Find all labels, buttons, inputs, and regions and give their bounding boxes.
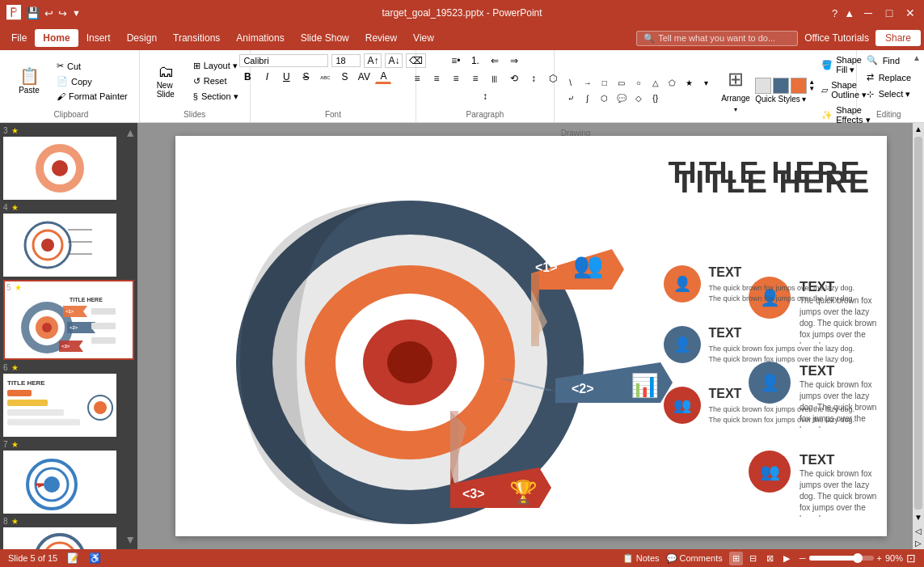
style-swatch-2[interactable] [773,78,789,94]
slideshow-button[interactable]: ▶ [780,552,793,565]
slide-thumb-7[interactable]: 7 ★ [3,440,134,514]
increase-font-button[interactable]: A↑ [364,53,382,68]
redo-icon[interactable]: ↪ [58,7,67,19]
ribbon-toggle-icon[interactable]: ▲ [844,7,854,19]
shape-callout[interactable]: 💬 [614,91,630,105]
scroll-extra-2[interactable]: ▷ [913,537,923,549]
style-swatch-3[interactable] [791,78,807,94]
font-name-input[interactable] [239,54,328,67]
text-direction-button[interactable]: ⟲ [506,71,522,86]
customize-icon[interactable]: ▼ [72,8,81,18]
reading-view-button[interactable]: ⊠ [763,552,777,565]
save-icon[interactable]: 💾 [26,6,40,19]
zoom-handle[interactable] [853,553,863,563]
shape-penta[interactable]: ⬠ [665,75,681,90]
select-button[interactable]: ⊹ Select ▾ [863,87,914,101]
menu-view[interactable]: View [405,29,442,47]
copy-button[interactable]: 📄 Copy [52,74,133,88]
shape-circle[interactable]: ○ [631,75,647,90]
menu-transitions[interactable]: Transitions [165,29,228,47]
close-button[interactable]: ✕ [903,6,918,20]
numbering-button[interactable]: 1. [467,53,483,68]
slide-thumb-6[interactable]: 6 ★ TITLE HERE [3,363,134,437]
new-slide-button[interactable]: 🗂 NewSlide [146,60,185,102]
undo-icon[interactable]: ↩ [44,7,53,19]
normal-view-button[interactable]: ⊞ [729,552,743,565]
comments-button[interactable]: 💬 Comments [666,553,723,564]
format-painter-button[interactable]: 🖌 Format Painter [52,90,133,103]
shape-tri[interactable]: △ [648,75,664,90]
share-button[interactable]: Share [875,30,921,46]
decrease-font-button[interactable]: A↓ [385,53,403,68]
char-spacing-button[interactable]: AV [356,70,372,84]
ribbon-collapse-button[interactable]: ▲ [913,53,921,62]
shape-poly[interactable]: ⬡ [597,91,613,105]
restore-button[interactable]: □ [882,6,897,20]
align-text-button[interactable]: ↕ [525,71,542,86]
italic-button[interactable]: I [259,70,275,84]
menu-file[interactable]: File [3,29,35,47]
canvas-scrollbar[interactable]: ▲ ▼ ◁ ▷ [913,123,924,549]
slide-canvas[interactable]: 👥 <1> 📊 <2> 🏆 <3> [175,136,887,536]
menu-slideshow[interactable]: Slide Show [293,29,357,47]
bold-button[interactable]: B [239,70,255,84]
scroll-extra-1[interactable]: ◁ [913,525,923,537]
columns-button[interactable]: ⫼ [487,71,503,86]
shape-flow[interactable]: ◇ [631,91,647,105]
panel-scroll-down[interactable]: ▼ [124,533,136,546]
minimize-button[interactable]: ─ [861,6,875,20]
align-left-button[interactable]: ≡ [409,71,425,86]
paste-button[interactable]: 📋 Paste [10,65,49,98]
find-button[interactable]: 🔍 Find [863,53,914,67]
quick-styles-scroll[interactable]: ▲ ▼ [808,79,815,92]
shape-rect[interactable]: □ [597,75,613,90]
menu-insert[interactable]: Insert [78,29,119,47]
zoom-out-button[interactable]: ─ [800,553,806,563]
align-center-button[interactable]: ≡ [428,71,445,86]
underline-button[interactable]: U [278,70,294,84]
menu-review[interactable]: Review [357,29,405,47]
font-color-button[interactable]: A [375,70,391,84]
bullets-button[interactable]: ≡• [448,53,464,68]
line-spacing-button[interactable]: ↕ [477,89,493,104]
strikethrough-button[interactable]: S [297,70,314,84]
shape-star[interactable]: ★ [681,75,698,90]
scroll-up-button[interactable]: ▲ [913,123,924,135]
fit-window-button[interactable]: ⊡ [906,552,916,565]
shape-arrow2[interactable]: ⤶ [563,91,579,105]
quick-styles-label[interactable]: Quick Styles ▾ [755,95,815,104]
justify-button[interactable]: ≡ [467,71,483,86]
shape-rect2[interactable]: ▭ [614,75,630,90]
zoom-slider[interactable] [809,556,874,561]
reset-button[interactable]: ↺ Reset [188,74,243,88]
slide-sorter-button[interactable]: ⊟ [746,552,760,565]
menu-design[interactable]: Design [119,29,165,47]
shape-brace[interactable]: {} [648,91,664,105]
scroll-down-button[interactable]: ▼ [913,511,924,523]
slide-thumb-4[interactable]: 4 ★ [3,203,134,277]
font-size-input[interactable] [331,54,361,67]
shape-more[interactable]: ▾ [698,75,715,90]
arrange-button[interactable]: ⊞ Arrange ▾ [719,62,753,119]
office-tutorials-link[interactable]: Office Tutorials [804,32,869,44]
style-swatch-1[interactable] [755,78,771,94]
menu-home[interactable]: Home [35,29,78,47]
shadow-button[interactable]: S [336,70,352,84]
zoom-in-button[interactable]: + [877,553,882,563]
help-icon[interactable]: ? [832,7,838,19]
shape-curved[interactable]: ∫ [580,91,596,105]
search-box[interactable]: 🔍 Tell me what you want to do... [636,31,798,46]
notes-button[interactable]: 📋 Notes [622,553,660,564]
slide-thumb-5[interactable]: 5 ★ <1> <2> <3> [3,280,134,360]
section-button[interactable]: § Section ▾ [188,90,243,104]
scroll-thumb[interactable] [914,137,922,510]
panel-scroll-up[interactable]: ▲ [124,126,136,139]
smallcaps-button[interactable]: abc [317,70,333,84]
slide-thumb-3[interactable]: 3 ★ [3,126,134,200]
layout-button[interactable]: ⊞ Layout ▾ [188,59,243,73]
replace-button[interactable]: ⇄ Replace [863,70,914,84]
shape-line[interactable]: \ [563,75,579,90]
shape-arrow[interactable]: → [580,75,596,90]
increase-indent-button[interactable]: ⇒ [506,53,522,68]
align-right-button[interactable]: ≡ [448,71,464,86]
